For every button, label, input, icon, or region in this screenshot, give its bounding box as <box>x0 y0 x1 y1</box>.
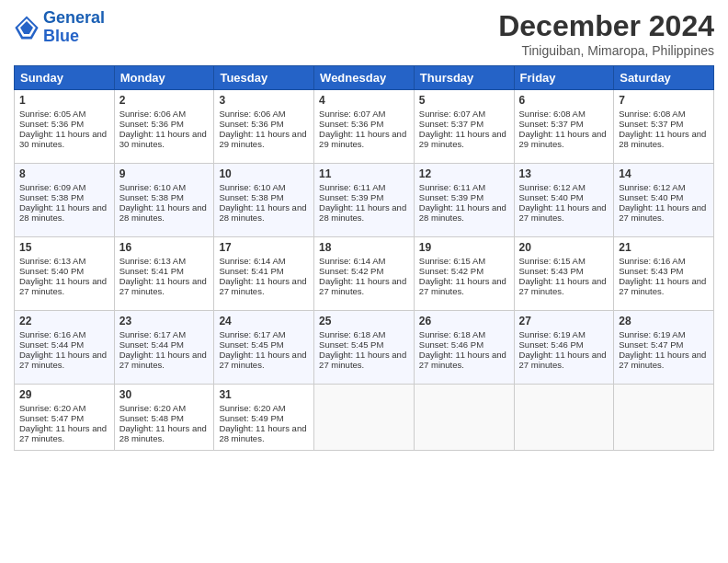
sunset-text: Sunset: 5:38 PM <box>219 192 309 202</box>
calendar-cell: 3Sunrise: 6:06 AMSunset: 5:36 PMDaylight… <box>214 90 314 164</box>
sunset-text: Sunset: 5:41 PM <box>219 266 309 276</box>
day-number: 8 <box>19 167 109 180</box>
day-number: 9 <box>119 167 210 180</box>
daylight-text: Daylight: 11 hours and 27 minutes. <box>419 276 509 296</box>
calendar-cell: 27Sunrise: 6:19 AMSunset: 5:46 PMDayligh… <box>514 311 614 385</box>
day-number: 28 <box>619 315 709 327</box>
sunrise-text: Sunrise: 6:16 AM <box>619 256 709 266</box>
week-row-4: 29Sunrise: 6:20 AMSunset: 5:47 PMDayligh… <box>15 385 714 451</box>
sunset-text: Sunset: 5:42 PM <box>319 266 409 276</box>
logo-icon <box>14 15 40 40</box>
sunset-text: Sunset: 5:43 PM <box>519 266 609 276</box>
day-number: 1 <box>19 94 109 107</box>
daylight-text: Daylight: 11 hours and 28 minutes. <box>219 423 309 443</box>
sunrise-text: Sunrise: 6:18 AM <box>419 329 509 339</box>
sunset-text: Sunset: 5:38 PM <box>19 192 109 202</box>
daylight-text: Daylight: 11 hours and 27 minutes. <box>19 276 109 296</box>
sunset-text: Sunset: 5:43 PM <box>619 266 709 276</box>
sunrise-text: Sunrise: 6:10 AM <box>219 182 309 192</box>
calendar-cell: 17Sunrise: 6:14 AMSunset: 5:41 PMDayligh… <box>214 237 314 311</box>
sunrise-text: Sunrise: 6:19 AM <box>619 329 709 339</box>
daylight-text: Daylight: 11 hours and 29 minutes. <box>319 129 409 149</box>
day-number: 14 <box>619 167 709 180</box>
sunrise-text: Sunrise: 6:13 AM <box>19 256 109 266</box>
sunrise-text: Sunrise: 6:11 AM <box>419 182 509 192</box>
daylight-text: Daylight: 11 hours and 30 minutes. <box>119 129 210 149</box>
daylight-text: Daylight: 11 hours and 27 minutes. <box>119 350 210 370</box>
sunrise-text: Sunrise: 6:17 AM <box>219 329 309 339</box>
day-number: 20 <box>519 241 609 254</box>
sunrise-text: Sunrise: 6:15 AM <box>519 256 609 266</box>
daylight-text: Daylight: 11 hours and 28 minutes. <box>319 202 409 223</box>
calendar-cell: 20Sunrise: 6:15 AMSunset: 5:43 PMDayligh… <box>514 237 614 311</box>
sunrise-text: Sunrise: 6:13 AM <box>119 256 210 266</box>
calendar-cell: 9Sunrise: 6:10 AMSunset: 5:38 PMDaylight… <box>114 164 214 237</box>
day-number: 17 <box>219 241 309 254</box>
calendar-cell: 18Sunrise: 6:14 AMSunset: 5:42 PMDayligh… <box>314 237 415 311</box>
sunset-text: Sunset: 5:39 PM <box>419 192 509 202</box>
sunset-text: Sunset: 5:49 PM <box>219 413 309 423</box>
sunrise-text: Sunrise: 6:06 AM <box>219 109 309 119</box>
calendar-cell: 2Sunrise: 6:06 AMSunset: 5:36 PMDaylight… <box>114 90 214 164</box>
day-number: 10 <box>219 167 309 180</box>
daylight-text: Daylight: 11 hours and 27 minutes. <box>419 350 509 370</box>
sunset-text: Sunset: 5:36 PM <box>19 119 109 129</box>
calendar-cell: 4Sunrise: 6:07 AMSunset: 5:36 PMDaylight… <box>314 90 415 164</box>
sunrise-text: Sunrise: 6:14 AM <box>219 256 309 266</box>
daylight-text: Daylight: 11 hours and 27 minutes. <box>619 276 709 296</box>
daylight-text: Daylight: 11 hours and 27 minutes. <box>119 276 210 296</box>
day-number: 2 <box>119 94 210 107</box>
calendar-cell: 23Sunrise: 6:17 AMSunset: 5:44 PMDayligh… <box>114 311 214 385</box>
daylight-text: Daylight: 11 hours and 28 minutes. <box>619 129 709 149</box>
sunset-text: Sunset: 5:44 PM <box>19 339 109 350</box>
sunset-text: Sunset: 5:45 PM <box>319 339 409 350</box>
sunset-text: Sunset: 5:42 PM <box>419 266 509 276</box>
day-number: 5 <box>419 94 509 107</box>
week-row-2: 15Sunrise: 6:13 AMSunset: 5:40 PMDayligh… <box>15 237 714 311</box>
daylight-text: Daylight: 11 hours and 28 minutes. <box>419 202 509 223</box>
sunrise-text: Sunrise: 6:16 AM <box>19 329 109 339</box>
sunrise-text: Sunrise: 6:18 AM <box>319 329 409 339</box>
day-number: 21 <box>619 241 709 254</box>
daylight-text: Daylight: 11 hours and 28 minutes. <box>219 202 309 223</box>
day-number: 19 <box>419 241 509 254</box>
sunset-text: Sunset: 5:40 PM <box>19 266 109 276</box>
sunrise-text: Sunrise: 6:14 AM <box>319 256 409 266</box>
sunrise-text: Sunrise: 6:20 AM <box>219 403 309 413</box>
calendar-cell: 26Sunrise: 6:18 AMSunset: 5:46 PMDayligh… <box>414 311 514 385</box>
daylight-text: Daylight: 11 hours and 29 minutes. <box>519 129 609 149</box>
sunrise-text: Sunrise: 6:07 AM <box>419 109 509 119</box>
sunset-text: Sunset: 5:44 PM <box>119 339 210 350</box>
day-number: 31 <box>219 388 309 401</box>
calendar-cell: 25Sunrise: 6:18 AMSunset: 5:45 PMDayligh… <box>314 311 415 385</box>
sunrise-text: Sunrise: 6:10 AM <box>119 182 210 192</box>
calendar-cell <box>314 385 415 451</box>
day-number: 6 <box>519 94 609 107</box>
sunrise-text: Sunrise: 6:11 AM <box>319 182 409 192</box>
calendar-cell: 30Sunrise: 6:20 AMSunset: 5:48 PMDayligh… <box>114 385 214 451</box>
sunrise-text: Sunrise: 6:08 AM <box>519 109 609 119</box>
sunset-text: Sunset: 5:46 PM <box>519 339 609 350</box>
day-number: 22 <box>19 315 109 327</box>
calendar-cell: 19Sunrise: 6:15 AMSunset: 5:42 PMDayligh… <box>414 237 514 311</box>
header: General Blue December 2024 Tiniguiban, M… <box>14 9 714 58</box>
day-number: 18 <box>319 241 409 254</box>
calendar-cell: 21Sunrise: 6:16 AMSunset: 5:43 PMDayligh… <box>614 237 714 311</box>
sunrise-text: Sunrise: 6:19 AM <box>519 329 609 339</box>
header-row: SundayMondayTuesdayWednesdayThursdayFrid… <box>15 66 714 90</box>
sunrise-text: Sunrise: 6:05 AM <box>19 109 109 119</box>
day-number: 23 <box>119 315 210 327</box>
day-number: 12 <box>419 167 509 180</box>
sunrise-text: Sunrise: 6:09 AM <box>19 182 109 192</box>
logo: General Blue <box>14 9 105 46</box>
title-block: December 2024 Tiniguiban, Mimaropa, Phil… <box>498 9 714 58</box>
sunrise-text: Sunrise: 6:12 AM <box>519 182 609 192</box>
sunset-text: Sunset: 5:46 PM <box>419 339 509 350</box>
sunrise-text: Sunrise: 6:15 AM <box>419 256 509 266</box>
col-header-friday: Friday <box>514 66 614 90</box>
logo-text: General Blue <box>43 9 105 46</box>
day-number: 16 <box>119 241 210 254</box>
logo-blue: Blue <box>43 28 105 46</box>
day-number: 25 <box>319 315 409 327</box>
calendar-cell: 29Sunrise: 6:20 AMSunset: 5:47 PMDayligh… <box>15 385 115 451</box>
